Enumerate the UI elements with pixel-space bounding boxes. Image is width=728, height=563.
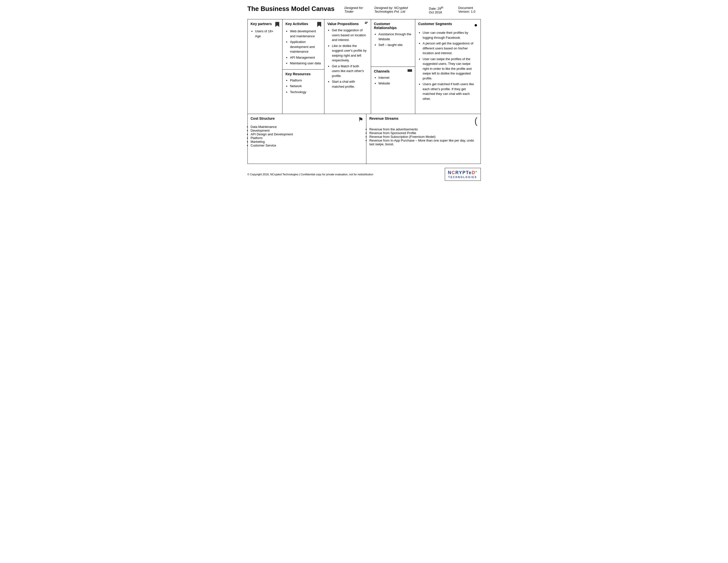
list-item: Self – taught site. (379, 42, 412, 47)
list-item: Platform (290, 78, 321, 83)
customer-relationships-cell: Customer Relationships Assistance throug… (371, 19, 415, 67)
doc-version: Document Version: 1.0 (458, 6, 481, 13)
cost-structure-list: Data Maintenance Development API Design … (251, 125, 363, 147)
list-item: Platform (251, 136, 363, 140)
designed-for-label: Designed for: Tinder (345, 6, 365, 13)
list-item: Users of 18+ Age (255, 29, 279, 38)
page-title: The Business Model Canvas (247, 5, 335, 13)
rectangle-icon (408, 69, 412, 72)
list-item: Get a Match if both users like each othe… (332, 64, 368, 78)
key-resources-cell: Key Resources Platform Network Technolog… (282, 69, 324, 114)
canvas-bottom-row: Cost Structure ⚑ Data Maintenance Develo… (248, 114, 481, 164)
customer-relationships-title: Customer Relationships (374, 22, 412, 30)
list-item: API Design and Development (251, 132, 363, 136)
logo-box: NCRYPTeD® TECHNOLOGIES (445, 168, 481, 181)
customer-relationships-list: Assistance through the Website Self – ta… (374, 32, 412, 47)
key-partners-cell: Key partners Users of 18+ Age (248, 19, 283, 114)
list-item: User can create their profiles by loggin… (423, 30, 478, 40)
list-item: Data Maintenance (251, 125, 363, 129)
channels-title: Channels (374, 69, 412, 73)
list-item: Get the suggestion of users based on loc… (332, 28, 368, 42)
doc-label: Document Version: 1.0 (458, 6, 481, 13)
list-item: Customer Service (251, 143, 363, 147)
value-propositions-title: Value Propositions (327, 22, 368, 26)
list-item: Web development and maintenance (290, 29, 321, 38)
customer-segments-cell: Customer Segments ● User can create thei… (415, 19, 481, 114)
business-model-canvas: Key partners Users of 18+ Age Key Activi… (247, 19, 481, 164)
customer-rel-channels-col: Customer Relationships Assistance throug… (371, 19, 415, 114)
list-item: A person will get the suggestions of dif… (423, 41, 478, 56)
key-activities-list: Web development and maintenance Applicat… (285, 29, 321, 66)
bookmark-icon (275, 22, 279, 27)
logo-bottom: TECHNOLOGIES (448, 176, 478, 178)
list-item: Marketing (251, 140, 363, 143)
list-item: Network (290, 84, 321, 89)
canvas-top-row: Key partners Users of 18+ Age Key Activi… (248, 19, 481, 114)
flag-icon: ⚑ (358, 116, 363, 123)
list-item: Users get matched if both users like eac… (423, 82, 478, 101)
list-item: Revenue from the advertisements (369, 127, 478, 131)
list-item: Revenue from In-App Purchase – More than… (369, 138, 478, 146)
key-partners-title: Key partners (251, 22, 279, 27)
list-item: Revenue from Sponsored Profile (369, 131, 478, 135)
paren-icon: ( (474, 116, 477, 125)
value-propositions-list: Get the suggestion of users based on loc… (327, 28, 368, 89)
designed-by-label: Designed by: NCrypted Technologies Pvt. … (374, 6, 419, 13)
key-activities-title: Key Activities (285, 22, 321, 27)
customer-segments-title: Customer Segments ● (418, 22, 478, 28)
key-resources-list: Platform Network Technology (285, 78, 321, 95)
logo-top: NCRYPTeD® (448, 170, 478, 175)
list-item: Revenue from Subscription (Freemium Mode… (369, 135, 478, 138)
key-activities-cell: Key Activities Web development and maint… (282, 19, 324, 69)
logo-registered: ® (476, 171, 478, 173)
cost-structure-cell: Cost Structure ⚑ Data Maintenance Develo… (248, 114, 366, 164)
bars-icon (365, 22, 368, 24)
designed-for: Designed for: Tinder (345, 6, 365, 13)
list-item: Like or dislike the suggest user's profi… (332, 43, 368, 63)
list-item: Maintaining user data (290, 61, 321, 66)
logo-rest: RYPTe (455, 170, 472, 175)
page-header: The Business Model Canvas Designed for: … (247, 5, 481, 14)
person-icon: ● (474, 22, 477, 28)
list-item: Assistance through the Website (379, 32, 412, 41)
key-middle-col: Key Activities Web development and maint… (282, 19, 324, 114)
date: Date: 29th Oct 2018 (429, 6, 449, 14)
logo-c-accent: C (452, 170, 455, 175)
list-item: Application development and maintenance (290, 39, 321, 54)
key-resources-title: Key Resources (285, 72, 321, 76)
list-item: Start a chat with matched profile. (332, 79, 368, 89)
customer-segments-list: User can create their profiles by loggin… (418, 30, 478, 101)
list-item: User can swipe the profiles of the sugge… (423, 57, 478, 81)
channels-cell: Channels Internet Website (371, 67, 415, 114)
date-label: Date: 29th Oct 2018 (429, 6, 449, 14)
key-partners-list: Users of 18+ Age (251, 29, 279, 38)
revenue-streams-list: Revenue from the advertisements Revenue … (369, 127, 478, 146)
list-item: Internet (379, 75, 412, 80)
value-propositions-cell: Value Propositions Get the suggestion of… (324, 19, 371, 114)
cost-structure-title: Cost Structure ⚑ (251, 116, 363, 123)
list-item: Technology (290, 90, 321, 95)
revenue-streams-cell: Revenue Streams ( Revenue from the adver… (366, 114, 481, 164)
list-item: API Management (290, 55, 321, 60)
list-item: Development (251, 129, 363, 132)
copyright-text: © Copyright 2018, NCrypted Technologies … (247, 173, 373, 176)
header-meta: Designed for: Tinder Designed by: NCrypt… (345, 5, 481, 14)
revenue-streams-title: Revenue Streams ( (369, 116, 478, 125)
logo-n: N (448, 170, 452, 175)
channels-list: Internet Website (374, 75, 412, 86)
list-item: Website (379, 81, 412, 86)
page-footer: © Copyright 2018, NCrypted Technologies … (247, 168, 481, 181)
designed-by: Designed by: NCrypted Technologies Pvt. … (374, 6, 419, 13)
bookmark-icon (317, 22, 321, 27)
